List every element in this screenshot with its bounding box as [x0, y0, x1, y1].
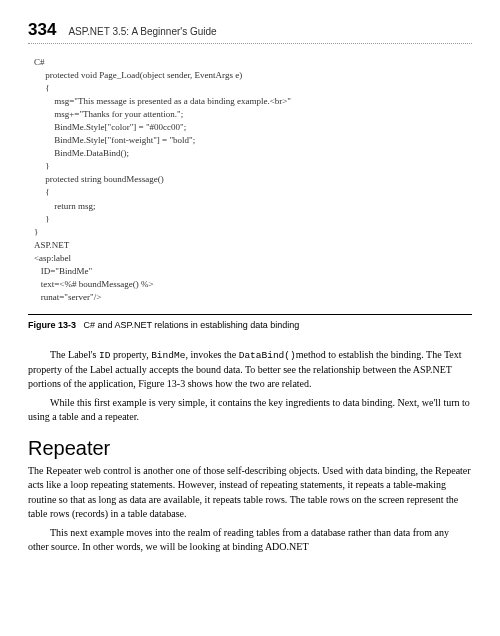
figure-caption: Figure 13-3 C# and ASP.NET relations in … [28, 314, 472, 330]
body-paragraph: The Label's ID property, BindMe, invokes… [28, 348, 472, 392]
code-line: return msg; [34, 201, 96, 211]
code-line: msg="This message is presented as a data… [34, 96, 291, 106]
code-line: runat="server"/> [34, 292, 101, 302]
code-line: BindMe.DataBind(); [34, 148, 129, 158]
book-title: ASP.NET 3.5: A Beginner's Guide [68, 26, 216, 37]
body-paragraph: This next example moves into the realm o… [28, 526, 472, 555]
code-line: BindMe.Style["color"] = "#00cc00"; [34, 122, 186, 132]
code-line: } [34, 161, 50, 171]
section-heading-repeater: Repeater [28, 437, 472, 460]
inline-code-id: ID [99, 350, 110, 361]
code-line: } [34, 214, 50, 224]
code-line: } [34, 227, 38, 237]
code-line: text=<%# boundMessage() %> [34, 279, 153, 289]
code-lang-csharp: C# [34, 57, 45, 67]
code-line: <asp:label [34, 253, 71, 263]
code-listing: C# protected void Page_Load(object sende… [34, 56, 472, 304]
page-number: 334 [28, 20, 56, 40]
body-paragraph: While this first example is very simple,… [28, 396, 472, 425]
code-line: { [34, 83, 50, 93]
inline-code-bindme: BindMe [151, 350, 185, 361]
inline-code-databind: DataBind() [239, 350, 296, 361]
figure-label: Figure 13-3 [28, 320, 76, 330]
code-line: protected string boundMessage() [34, 174, 164, 184]
code-line: BindMe.Style["font-weight"] = "bold"; [34, 135, 195, 145]
code-lang-aspnet: ASP.NET [34, 240, 69, 250]
body-paragraph: The Repeater web control is another one … [28, 464, 472, 522]
code-line: msg+="Thanks for your attention."; [34, 109, 183, 119]
figure-text: C# and ASP.NET relations in establishing… [84, 320, 300, 330]
code-line: ID="BindMe" [34, 266, 92, 276]
page-header: 334 ASP.NET 3.5: A Beginner's Guide [28, 20, 472, 44]
code-line: { [34, 187, 50, 197]
code-line: protected void Page_Load(object sender, … [34, 70, 242, 80]
